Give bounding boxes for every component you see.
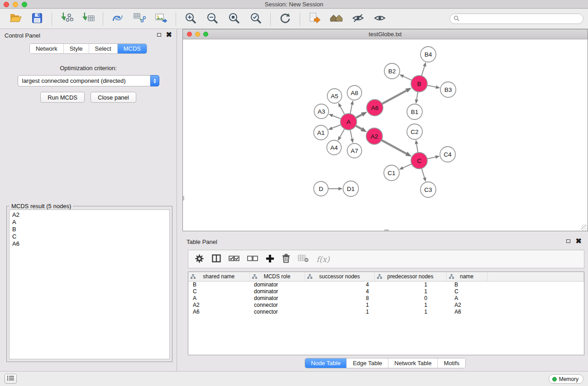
- table-cell[interactable]: A: [446, 295, 487, 301]
- table-cell[interactable]: C: [446, 288, 487, 295]
- table-cell[interactable]: A2: [446, 301, 487, 308]
- zoom-fit-button[interactable]: [226, 11, 242, 27]
- tab-style[interactable]: Style: [63, 44, 89, 53]
- table-cell[interactable]: A: [188, 295, 249, 301]
- show-graphics-details-button[interactable]: [372, 11, 387, 27]
- tab-select[interactable]: Select: [89, 44, 117, 53]
- table-cell[interactable]: B: [188, 281, 249, 288]
- resize-grip[interactable]: [581, 224, 588, 231]
- column-header-successor-nodes[interactable]: successor nodes: [305, 272, 374, 281]
- mcds-result-item[interactable]: B: [12, 226, 169, 233]
- table-cell[interactable]: C: [188, 288, 249, 295]
- float-panel-icon[interactable]: [157, 33, 161, 37]
- table-cell[interactable]: connector: [249, 301, 305, 308]
- zoom-selected-button[interactable]: [248, 11, 263, 27]
- graph-edge-A2-C[interactable]: [382, 140, 406, 154]
- graph-edge-A-A4[interactable]: [340, 129, 344, 137]
- table-row[interactable]: Bdominator41B: [188, 281, 584, 288]
- table-cell[interactable]: B: [446, 281, 487, 288]
- deselect-all-button[interactable]: [247, 255, 258, 263]
- graph-edge-A-A7[interactable]: [350, 130, 352, 139]
- column-header-predecessor-nodes[interactable]: predecessor nodes: [374, 272, 446, 281]
- graph-edge-C-C2[interactable]: [416, 144, 418, 152]
- table-cell[interactable]: A6: [446, 308, 487, 315]
- tab-network[interactable]: Network: [30, 44, 63, 53]
- network-tools-button[interactable]: [110, 11, 125, 27]
- table-settings-button[interactable]: [195, 254, 204, 265]
- search-box[interactable]: [449, 14, 583, 24]
- graph-edge-A-A3[interactable]: [333, 115, 341, 119]
- table-cell[interactable]: 1: [374, 301, 446, 308]
- refresh-view-button[interactable]: [277, 11, 293, 27]
- hide-graphics-details-button[interactable]: [350, 11, 366, 27]
- import-table-button[interactable]: [81, 11, 96, 27]
- table-cell[interactable]: A6: [188, 308, 249, 315]
- table-cell[interactable]: 4: [305, 281, 374, 288]
- import-network-button[interactable]: [59, 11, 74, 27]
- search-input[interactable]: [462, 15, 579, 23]
- save-session-button[interactable]: [29, 11, 45, 27]
- network-zoom-button[interactable]: [203, 32, 208, 37]
- graph-edge-C-C1[interactable]: [403, 164, 411, 168]
- table-cell[interactable]: 1: [305, 308, 374, 315]
- mcds-result-item[interactable]: A2: [12, 211, 169, 219]
- select-all-button[interactable]: [229, 255, 239, 263]
- network-canvas[interactable]: B4B2BB3A5A8A6B1A3AC2A1A2A4A7C4CC1C3DD1: [183, 39, 588, 231]
- mcds-result-item[interactable]: C: [12, 233, 169, 240]
- vertical-scroll-nub[interactable]: [183, 196, 184, 200]
- horizontal-scroll-nub[interactable]: [384, 229, 389, 231]
- run-mcds-button[interactable]: Run MCDS: [40, 92, 85, 103]
- open-file-button[interactable]: [8, 11, 23, 27]
- tab-edge-table[interactable]: Edge Table: [346, 358, 388, 368]
- criterion-dropdown[interactable]: largest connected component (directed): [18, 75, 159, 86]
- table-cell[interactable]: dominator: [249, 295, 305, 301]
- table-row[interactable]: A6connector11A6: [188, 308, 584, 315]
- close-table-panel-icon[interactable]: ✖: [576, 238, 582, 244]
- close-panel-button[interactable]: Close panel: [91, 92, 136, 103]
- show-columns-button[interactable]: [212, 254, 221, 264]
- table-cell[interactable]: 1: [374, 288, 446, 295]
- graph-edge-A-A1[interactable]: [332, 125, 341, 129]
- graph-edge-B-B2[interactable]: [403, 76, 412, 81]
- graph-edge-A6-B[interactable]: [382, 91, 406, 104]
- table-row[interactable]: Adominator80A: [188, 295, 584, 301]
- export-image-button[interactable]: [153, 11, 169, 27]
- graph-edge-A-A5[interactable]: [340, 106, 345, 114]
- table-cell[interactable]: connector: [249, 308, 305, 315]
- table-cell[interactable]: 4: [305, 288, 374, 295]
- tab-network-table[interactable]: Network Table: [388, 358, 437, 368]
- mcds-result-item[interactable]: A6: [12, 240, 169, 248]
- graph-edge-B-B4[interactable]: [421, 66, 425, 76]
- graph-edge-A-A2[interactable]: [356, 126, 362, 129]
- graph-edge-A-A6[interactable]: [356, 114, 362, 118]
- network-close-button[interactable]: [187, 32, 192, 37]
- home-views-button[interactable]: [329, 11, 344, 27]
- zoom-in-button[interactable]: [183, 11, 198, 27]
- mcds-result-item[interactable]: A: [12, 219, 169, 226]
- column-header-MCDS-role[interactable]: MCDS role: [249, 272, 305, 281]
- zoom-window-button[interactable]: [22, 2, 27, 7]
- graph-edge-C-C3[interactable]: [421, 168, 424, 178]
- network-table-button[interactable]: [132, 11, 147, 27]
- table-cell[interactable]: 1: [305, 301, 374, 308]
- graph-edge-B-B1[interactable]: [416, 92, 418, 100]
- task-history-button[interactable]: [5, 374, 17, 384]
- zoom-out-button[interactable]: [205, 11, 220, 27]
- graph-edge-A-A8[interactable]: [350, 105, 352, 114]
- graph-edge-C-C4[interactable]: [427, 157, 436, 159]
- table-cell[interactable]: A2: [188, 301, 249, 308]
- table-cell[interactable]: dominator: [249, 288, 305, 295]
- tab-motifs[interactable]: Motifs: [437, 358, 465, 368]
- column-header-shared-name[interactable]: shared name: [188, 272, 249, 281]
- table-row[interactable]: A2connector11A2: [188, 301, 584, 308]
- table-cell[interactable]: 8: [305, 295, 374, 301]
- delete-column-button[interactable]: [282, 254, 290, 264]
- close-panel-icon[interactable]: ✖: [166, 32, 172, 38]
- delete-table-button[interactable]: [298, 254, 309, 264]
- close-window-button[interactable]: [4, 2, 9, 7]
- function-builder-button[interactable]: f(x): [316, 255, 330, 264]
- table-cell[interactable]: 1: [374, 281, 446, 288]
- tab-node-table[interactable]: Node Table: [305, 358, 347, 368]
- table-row[interactable]: Cdominator41C: [188, 288, 584, 295]
- add-column-button[interactable]: [266, 254, 274, 264]
